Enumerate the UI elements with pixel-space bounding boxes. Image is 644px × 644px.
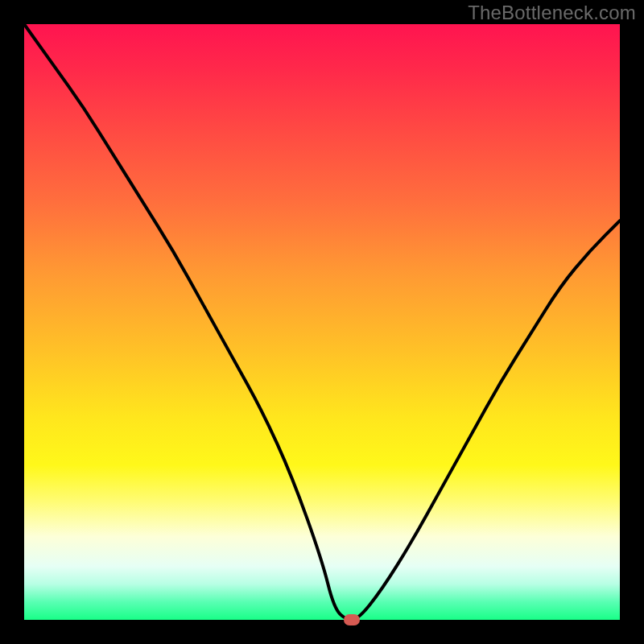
plot-area (24, 24, 620, 620)
curve-path (24, 24, 620, 620)
bottleneck-curve (24, 24, 620, 620)
chart-frame: TheBottleneck.com (0, 0, 644, 644)
optimum-marker (344, 614, 360, 625)
watermark-text: TheBottleneck.com (468, 2, 636, 24)
